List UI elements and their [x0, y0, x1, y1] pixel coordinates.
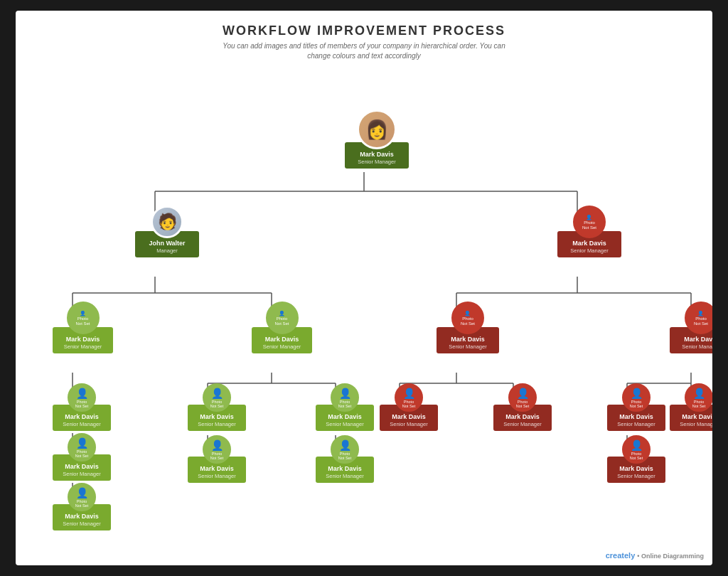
mark-red-l2-avatar: 👤 PhotoNot Set — [573, 206, 606, 238]
l3-red-right-node: 👤 PhotoNot Set Mark Davis Senior Manager — [670, 302, 712, 353]
john-name: John Walter — [141, 240, 193, 247]
main-container: WORKFLOW IMPROVEMENT PROCESS You can add… — [16, 11, 712, 565]
l3-red-left-node: 👤 PhotoNot Set Mark Davis Senior Manager — [437, 302, 499, 353]
root-avatar: 👩 — [357, 110, 397, 149]
photo-placeholder: 👤 PhotoNot Set — [582, 214, 596, 230]
header: WORKFLOW IMPROVEMENT PROCESS You can add… — [16, 11, 712, 67]
l4-green-a-node: 👤 PhotoNot Set Mark Davis Senior Manager — [53, 383, 111, 431]
l6-green-a-node: 👤 PhotoNot Set Mark Davis Senior Manager — [53, 483, 111, 530]
l5-green-a-node: 👤 PhotoNot Set Mark Davis Senior Manager — [53, 433, 111, 481]
l5-red-c-avatar: 👤 PhotoNot Set — [622, 435, 651, 464]
l5-green-c-avatar: 👤 PhotoNot Set — [331, 435, 359, 464]
l4-green-b-avatar: 👤 PhotoNot Set — [203, 383, 231, 412]
l5-green-c-node: 👤 PhotoNot Set Mark Davis Senior Manager — [316, 435, 374, 483]
l4-red-c-node: 👤 PhotoNot Set Mark Davis Senior Manager — [607, 383, 665, 431]
page-title: WORKFLOW IMPROVEMENT PROCESS — [30, 23, 698, 38]
mark-red-l2-node: 👤 PhotoNot Set Mark Davis Senior Manager — [557, 206, 621, 257]
page-subtitle: You can add images and titles of members… — [30, 41, 698, 61]
creately-logo: creately • Online Diagramming — [606, 551, 704, 560]
root-node: 👩 Mark Davis Senior Manager — [345, 110, 409, 169]
l4-red-d-avatar: 👤 PhotoNot Set — [685, 383, 712, 412]
l5-green-b-node: 👤 PhotoNot Set Mark Davis Senior Manager — [188, 435, 246, 483]
l4-green-c-node: 👤 PhotoNot Set Mark Davis Senior Manager — [316, 383, 374, 431]
l5-green-a-avatar: 👤 PhotoNot Set — [68, 433, 96, 462]
l3-green-right-node: 👤 PhotoNot Set Mark Davis Senior Manager — [252, 302, 312, 353]
l4-red-b-avatar: 👤 PhotoNot Set — [508, 383, 537, 412]
john-avatar: 🧑 — [151, 206, 183, 238]
l4-green-b-node: 👤 PhotoNot Set Mark Davis Senior Manager — [188, 383, 246, 431]
l4-green-c-avatar: 👤 PhotoNot Set — [331, 383, 359, 412]
l4-red-a-avatar: 👤 PhotoNot Set — [395, 383, 423, 412]
l3-green-right-avatar: 👤 PhotoNot Set — [266, 302, 299, 334]
l6-green-a-avatar: 👤 PhotoNot Set — [68, 483, 96, 511]
l5-green-b-avatar: 👤 PhotoNot Set — [203, 435, 231, 464]
l4-red-a-node: 👤 PhotoNot Set Mark Davis Senior Manager — [380, 383, 438, 431]
l4-green-a-avatar: 👤 PhotoNot Set — [68, 383, 96, 412]
l3-red-left-avatar: 👤 PhotoNot Set — [451, 302, 484, 334]
root-title: Senior Manager — [350, 159, 403, 165]
john-walter-node: 🧑 John Walter Manager — [135, 206, 199, 257]
l4-red-c-avatar: 👤 PhotoNot Set — [622, 383, 651, 412]
root-name: Mark Davis — [350, 151, 403, 159]
john-title: Manager — [141, 247, 193, 254]
org-tree: 👩 Mark Davis Senior Manager 🧑 John Walte… — [16, 67, 712, 565]
l4-red-d-node: 👤 PhotoNot Set Mark Davis Senior Manager — [670, 383, 712, 431]
l4-red-b-node: 👤 PhotoNot Set Mark Davis Senior Manager — [493, 383, 552, 431]
l3-red-right-avatar: 👤 PhotoNot Set — [685, 302, 712, 334]
l3-green-left-node: 👤 PhotoNot Set Mark Davis Senior Manager — [53, 302, 113, 353]
l5-red-c-node: 👤 PhotoNot Set Mark Davis Senior Manager — [607, 435, 665, 483]
l3-green-left-avatar: 👤 PhotoNot Set — [67, 302, 100, 334]
